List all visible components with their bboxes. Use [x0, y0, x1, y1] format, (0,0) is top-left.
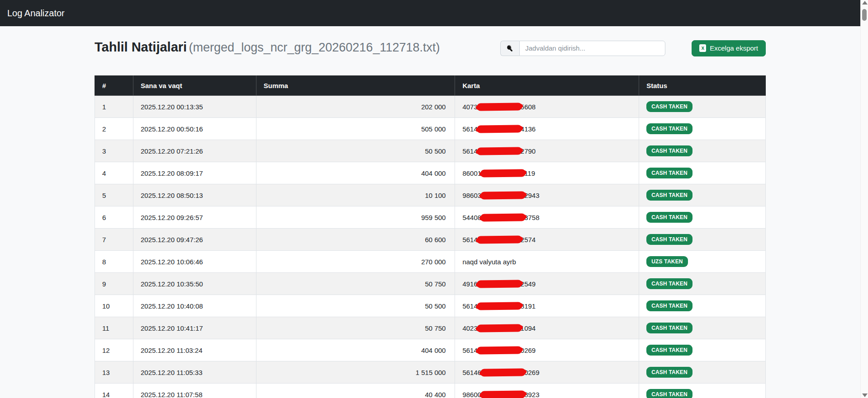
- status-badge: CASH TAKEN: [646, 323, 693, 333]
- row-summa: 50 750: [256, 273, 455, 295]
- row-karta: 40735608: [455, 96, 639, 118]
- row-status: CASH TAKEN: [639, 339, 766, 361]
- status-badge: CASH TAKEN: [646, 367, 693, 378]
- table-row: 92025.12.20 10:35:5050 75049162549CASH T…: [95, 273, 766, 295]
- karta-prefix: 56146: [462, 369, 481, 376]
- redaction-mark: [477, 324, 522, 332]
- redaction-mark: [477, 103, 522, 111]
- row-number: 11: [95, 317, 133, 339]
- row-number: 12: [95, 339, 133, 361]
- karta-suffix: 3758: [524, 214, 539, 221]
- row-datetime: 2025.12.20 07:21:26: [133, 140, 256, 162]
- row-datetime: 2025.12.20 11:05:33: [133, 361, 256, 384]
- row-status: CASH TAKEN: [639, 295, 766, 317]
- row-datetime: 2025.12.20 10:41:17: [133, 317, 256, 339]
- scrollbar-down-arrow-icon[interactable]: [862, 393, 868, 397]
- row-status: CASH TAKEN: [639, 317, 766, 339]
- karta-prefix: 98603: [462, 192, 481, 199]
- row-karta: 544083758: [455, 206, 639, 229]
- row-datetime: 2025.12.20 11:03:24: [133, 339, 256, 361]
- row-datetime: 2025.12.20 10:35:50: [133, 273, 256, 295]
- karta-suffix: 119: [524, 169, 535, 177]
- karta-suffix: 1094: [521, 324, 536, 332]
- row-number: 8: [95, 251, 133, 273]
- main-content: Tahlil Natijalari (merged_logs_ncr_grg_2…: [0, 26, 860, 398]
- analyzed-filename: (merged_logs_ncr_grg_20260216_112718.txt…: [189, 41, 440, 54]
- row-summa: 404 000: [256, 162, 455, 184]
- table-row: 22025.12.20 00:50:16505 00056144136CASH …: [95, 118, 766, 140]
- status-badge: CASH TAKEN: [646, 145, 693, 156]
- row-status: CASH TAKEN: [639, 361, 766, 384]
- row-number: 3: [95, 140, 133, 162]
- status-badge: CASH TAKEN: [646, 190, 693, 201]
- row-number: 14: [95, 384, 133, 398]
- karta-prefix: 54408: [462, 214, 481, 221]
- scrollbar-thumb[interactable]: [862, 9, 867, 21]
- row-karta: 49162549: [455, 273, 639, 295]
- karta-prefix: 86001: [462, 169, 481, 177]
- redaction-mark: [477, 302, 522, 310]
- karta-prefix: 98600: [462, 391, 481, 398]
- redaction-mark: [480, 191, 526, 199]
- row-karta: 561460269: [455, 361, 639, 384]
- redaction-mark: [480, 213, 526, 221]
- status-badge: CASH TAKEN: [646, 278, 693, 289]
- row-number: 5: [95, 184, 133, 206]
- karta-suffix: 2549: [521, 280, 536, 288]
- status-badge: CASH TAKEN: [646, 123, 693, 134]
- row-status: UZS TAKEN: [639, 251, 766, 273]
- export-excel-button[interactable]: Excelga eksport: [692, 40, 766, 56]
- karta-prefix: 5614: [462, 236, 477, 243]
- table-row: 32025.12.20 07:21:2650 50056142790CASH T…: [95, 140, 766, 162]
- scrollbar-up-arrow-icon[interactable]: [862, 1, 868, 5]
- row-status: CASH TAKEN: [639, 229, 766, 251]
- row-status: CASH TAKEN: [639, 140, 766, 162]
- karta-prefix: 4073: [462, 103, 477, 111]
- row-summa: 1 515 000: [256, 361, 455, 384]
- row-datetime: 2025.12.20 00:13:35: [133, 96, 256, 118]
- table-row: 82025.12.20 10:06:46270 000naqd valyuta …: [95, 251, 766, 273]
- karta-prefix: 5614: [462, 125, 477, 133]
- status-badge: CASH TAKEN: [646, 234, 693, 245]
- redaction-mark: [480, 390, 526, 398]
- karta-prefix: 4916: [462, 280, 477, 288]
- row-summa: 10 100: [256, 184, 455, 206]
- table-row: 72025.12.20 09:47:2660 60056142574CASH T…: [95, 229, 766, 251]
- karta-suffix: 0269: [521, 346, 536, 354]
- table-header: # Sana va vaqt Summa Karta Status: [95, 76, 766, 96]
- karta-suffix: 8923: [524, 391, 539, 398]
- column-header-number: #: [95, 76, 133, 96]
- status-badge: CASH TAKEN: [646, 345, 693, 356]
- column-header-datetime: Sana va vaqt: [133, 76, 256, 96]
- status-badge: UZS TAKEN: [646, 256, 688, 267]
- page-header: Tahlil Natijalari (merged_logs_ncr_grg_2…: [95, 38, 766, 58]
- karta-suffix: 0269: [524, 369, 539, 376]
- karta-suffix: 2790: [521, 147, 536, 155]
- row-datetime: 2025.12.20 09:47:26: [133, 229, 256, 251]
- row-datetime: 2025.12.20 09:26:57: [133, 206, 256, 229]
- row-karta: 56148191: [455, 295, 639, 317]
- status-badge: CASH TAKEN: [646, 300, 693, 311]
- karta-prefix: 5614: [462, 147, 477, 155]
- row-status: CASH TAKEN: [639, 273, 766, 295]
- karta-prefix: 4023: [462, 324, 477, 332]
- row-summa: 505 000: [256, 118, 455, 140]
- search-input[interactable]: [519, 41, 665, 56]
- table-row: 132025.12.20 11:05:331 515 000561460269C…: [95, 361, 766, 384]
- search-icon: [500, 41, 519, 56]
- vertical-scrollbar[interactable]: [860, 0, 868, 398]
- row-number: 13: [95, 361, 133, 384]
- row-karta: 986008923: [455, 384, 639, 398]
- row-datetime: 2025.12.20 08:50:13: [133, 184, 256, 206]
- row-summa: 40 400: [256, 384, 455, 398]
- row-summa: 60 600: [256, 229, 455, 251]
- row-summa: 270 000: [256, 251, 455, 273]
- app-brand[interactable]: Log Analizator: [7, 8, 65, 19]
- redaction-mark: [477, 346, 522, 354]
- table-row: 142025.12.20 11:07:5840 400986008923CASH…: [95, 384, 766, 398]
- table-body: 12025.12.20 00:13:35202 00040735608CASH …: [95, 96, 766, 398]
- row-summa: 959 500: [256, 206, 455, 229]
- row-number: 2: [95, 118, 133, 140]
- karta-suffix: 5608: [521, 103, 536, 111]
- row-number: 1: [95, 96, 133, 118]
